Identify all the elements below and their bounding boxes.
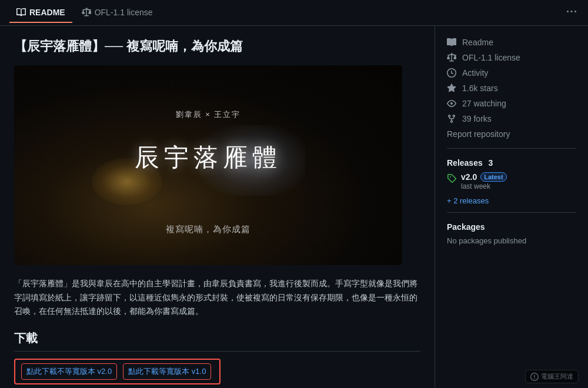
tab-bar-left: README OFL-1.1 license [9,3,160,23]
eye-icon [447,99,456,108]
sidebar-item-forks[interactable]: 39 forks [447,112,576,126]
content-area: 【辰宇落雁體】── 複寫呢喃，為你成篇 劉韋辰 × 王立宇 辰宇落雁體 複寫呢喃… [0,26,435,388]
sidebar-item-report[interactable]: Report repository [447,127,576,141]
sidebar-item-stars[interactable]: 1.6k stars [447,81,576,95]
no-packages-label: No packages published [447,236,576,245]
download-links-box: 點此下載不等寬版本 v2.0 點此下載等寬版本 v1.0 [14,359,220,384]
sidebar-divider-1 [447,148,576,149]
release-version-tag: v2.0 [461,172,477,182]
file-icon [16,8,26,17]
room-caption: 複寫呢喃，為你成篇 [166,224,250,235]
sidebar-divider-2 [447,212,576,213]
tab-readme-label: README [29,8,65,17]
tab-readme[interactable]: README [9,3,72,23]
release-date: last week [461,182,507,190]
download-link-v1[interactable]: 點此下載等寬版本 v1.0 [123,363,211,380]
room-subtitle: 劉韋辰 × 王立宇 [176,109,241,120]
sidebar: Readme OFL-1.1 license Activity 1.6k sta… [435,26,588,388]
sidebar-activity-label: Activity [462,68,488,78]
more-options-icon[interactable] [564,5,579,21]
star-icon [447,83,456,93]
release-latest-badge: Latest [480,172,506,182]
release-info: v2.0 Latest last week [461,172,507,190]
main-content: 【辰宇落雁體】── 複寫呢喃，為你成篇 劉韋辰 × 王立宇 辰宇落雁體 複寫呢喃… [0,26,588,388]
releases-count: 3 [489,158,493,168]
sidebar-item-watching[interactable]: 27 watching [447,96,576,111]
watermark-badge: 電腦王阿達 [525,370,579,383]
room-title-text: 辰宇落雁體 [135,141,282,174]
readme-title: 【辰宇落雁體】── 複寫呢喃，為你成篇 [14,38,420,56]
sidebar-license-label: OFL-1.1 license [462,53,520,62]
release-tag-icon [447,173,456,185]
sidebar-item-activity[interactable]: Activity [447,66,576,80]
download-heading: 下載 [14,330,420,352]
watermark: 電腦王阿達 [525,370,579,383]
sidebar-readme-label: Readme [462,38,493,47]
activity-icon [447,68,456,78]
sidebar-item-readme[interactable]: Readme [447,35,576,49]
tab-license-label: OFL-1.1 license [95,8,153,17]
release-item-latest: v2.0 Latest last week [447,172,576,190]
releases-section-title: Releases 3 [447,158,576,168]
sidebar-item-license[interactable]: OFL-1.1 license [447,51,576,65]
release-version: v2.0 Latest [461,172,507,182]
releases-more-link[interactable]: + 2 releases [447,196,489,205]
download-link-v2[interactable]: 點此下載不等寬版本 v2.0 [21,363,117,380]
watermark-label: 電腦王阿達 [541,372,573,381]
sidebar-report-label: Report repository [447,129,510,139]
file-icon-sidebar [447,38,456,47]
tab-license[interactable]: OFL-1.1 license [75,3,160,23]
sidebar-watching-label: 27 watching [462,99,506,108]
readme-body-text: 「辰宇落雁體」是我與韋辰在高中的自主學習計畫，由韋辰負責書寫，我進行後製而成。手… [14,277,420,319]
readme-image: 劉韋辰 × 王立宇 辰宇落雁體 複寫呢喃，為你成篇 [14,65,402,265]
sidebar-forks-label: 39 forks [462,114,492,123]
sidebar-stars-label: 1.6k stars [462,83,498,93]
scale-icon [82,8,91,17]
tab-bar: README OFL-1.1 license [0,0,588,26]
scale-icon-sidebar [447,53,456,62]
fork-icon [447,114,456,123]
watermark-icon [530,373,539,381]
room-background: 劉韋辰 × 王立宇 辰宇落雁體 複寫呢喃，為你成篇 [14,65,402,265]
packages-section-title: Packages [447,222,576,232]
